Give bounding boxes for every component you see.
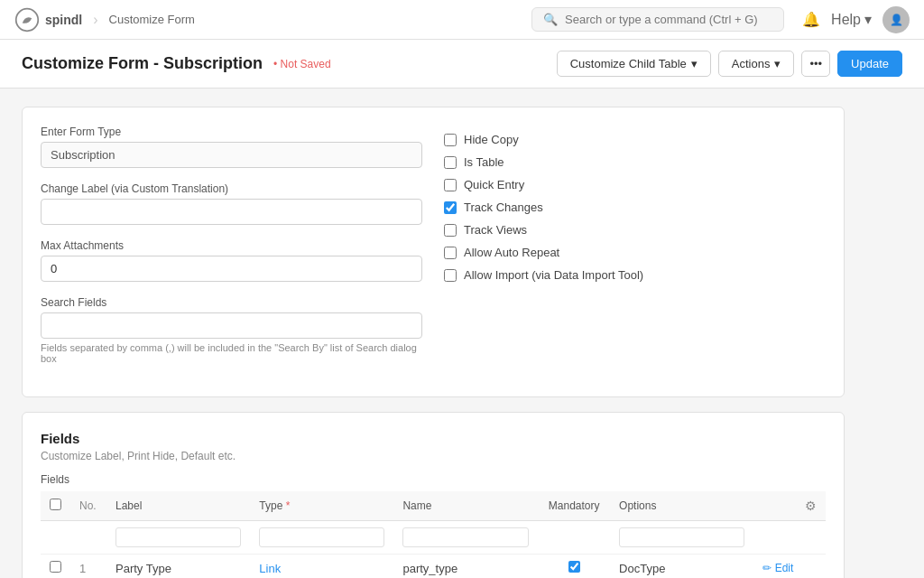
row-options-0: DocType bbox=[610, 555, 753, 579]
row-checkbox-0[interactable] bbox=[50, 561, 61, 573]
form-left-col: Enter Form Type Change Label (via Custom… bbox=[41, 126, 422, 378]
is-table-label: Is Table bbox=[464, 155, 504, 169]
checkbox-quick-entry: Quick Entry bbox=[444, 178, 826, 191]
select-all-checkbox[interactable] bbox=[50, 499, 61, 510]
not-saved-badge: • Not Saved bbox=[273, 58, 331, 70]
change-label-label: Change Label (via Custom Translation) bbox=[41, 182, 422, 195]
breadcrumb[interactable]: Customize Form bbox=[109, 13, 195, 26]
fields-section: Fields Customize Label, Print Hide, Defa… bbox=[22, 412, 845, 578]
fields-label: Fields bbox=[41, 473, 826, 486]
track-changes-label: Track Changes bbox=[464, 200, 543, 214]
edit-link-0[interactable]: ✏ Edit bbox=[762, 562, 817, 574]
actions-button[interactable]: Actions ▾ bbox=[718, 51, 795, 77]
avatar[interactable]: 👤 bbox=[882, 6, 910, 33]
search-input[interactable] bbox=[565, 13, 772, 26]
col-header-type: Type * bbox=[250, 491, 393, 521]
checkbox-allow-auto-repeat: Allow Auto Repeat bbox=[444, 246, 826, 259]
logo-text: spindl bbox=[45, 13, 82, 27]
row-no-0: 1 bbox=[70, 555, 106, 579]
row-label-0: Party Type bbox=[106, 555, 250, 579]
change-label-group: Change Label (via Custom Translation) bbox=[41, 182, 422, 225]
table-row: 1 Party Type Link party_type DocType ✏ E… bbox=[41, 555, 826, 579]
logo[interactable]: spindl bbox=[14, 7, 82, 33]
quick-entry-checkbox[interactable] bbox=[444, 179, 457, 191]
row-edit-0: ✏ Edit bbox=[753, 555, 826, 579]
topnav: spindl › Customize Form 🔍 🔔 Help ▾ 👤 bbox=[0, 0, 924, 40]
search-fields-input[interactable] bbox=[41, 312, 422, 339]
col-header-options: Options bbox=[610, 491, 753, 521]
allow-import-checkbox[interactable] bbox=[444, 269, 457, 282]
fields-section-title: Fields bbox=[41, 431, 826, 446]
filter-name-input[interactable] bbox=[402, 527, 529, 547]
col-header-label: Label bbox=[106, 491, 250, 521]
page-title: Customize Form - Subscription bbox=[22, 54, 263, 73]
checkbox-allow-import: Allow Import (via Data Import Tool) bbox=[444, 268, 826, 282]
change-label-input[interactable] bbox=[41, 199, 422, 225]
checkbox-hide-copy: Hide Copy bbox=[444, 133, 826, 146]
main-content: Enter Form Type Change Label (via Custom… bbox=[0, 89, 866, 578]
breadcrumb-separator: › bbox=[93, 12, 97, 28]
allow-auto-repeat-checkbox[interactable] bbox=[444, 247, 457, 259]
row-mandatory-0 bbox=[538, 555, 610, 579]
col-header-no: No. bbox=[70, 491, 106, 521]
form-type-label: Enter Form Type bbox=[41, 126, 422, 138]
is-table-checkbox[interactable] bbox=[444, 156, 457, 169]
help-label: Help bbox=[831, 12, 861, 28]
mandatory-checkbox-0[interactable] bbox=[568, 561, 580, 573]
track-views-label: Track Views bbox=[464, 223, 527, 237]
fields-section-subtitle: Customize Label, Print Hide, Default etc… bbox=[41, 450, 826, 462]
allow-auto-repeat-label: Allow Auto Repeat bbox=[464, 246, 559, 259]
topnav-actions: 🔔 Help ▾ 👤 bbox=[802, 6, 910, 33]
allow-import-label: Allow Import (via Data Import Tool) bbox=[464, 268, 643, 282]
header-actions: Customize Child Table ▾ Actions ▾ ••• Up… bbox=[557, 51, 902, 77]
hide-copy-label: Hide Copy bbox=[464, 133, 519, 146]
row-type-0: Link bbox=[250, 555, 393, 579]
table-body: 1 Party Type Link party_type DocType ✏ E… bbox=[41, 555, 826, 579]
quick-entry-label: Quick Entry bbox=[464, 178, 524, 191]
filter-options-input[interactable] bbox=[619, 527, 744, 547]
notifications-button[interactable]: 🔔 bbox=[802, 11, 820, 28]
form-type-input[interactable] bbox=[41, 142, 422, 168]
checkbox-track-views: Track Views bbox=[444, 223, 826, 237]
checkbox-is-table: Is Table bbox=[444, 155, 826, 169]
max-attachments-label: Max Attachments bbox=[41, 239, 422, 252]
col-header-mandatory: Mandatory bbox=[538, 491, 610, 521]
help-button[interactable]: Help ▾ bbox=[831, 11, 872, 28]
checkboxes-col: Hide Copy Is Table Quick Entry Track Cha… bbox=[444, 126, 826, 378]
search-icon: 🔍 bbox=[543, 13, 558, 26]
filter-label-input[interactable] bbox=[116, 527, 241, 547]
form-layout: Enter Form Type Change Label (via Custom… bbox=[41, 126, 826, 378]
form-type-group: Enter Form Type bbox=[41, 126, 422, 168]
max-attachments-group: Max Attachments bbox=[41, 239, 422, 282]
search-fields-group: Search Fields Fields separated by comma … bbox=[41, 296, 422, 364]
track-views-checkbox[interactable] bbox=[444, 224, 457, 237]
table-filter-row bbox=[41, 521, 826, 555]
hide-copy-checkbox[interactable] bbox=[444, 134, 457, 146]
form-section: Enter Form Type Change Label (via Custom… bbox=[22, 107, 845, 397]
row-name-0: party_type bbox=[393, 555, 538, 579]
settings-icon: ⚙ bbox=[805, 499, 817, 513]
actions-label: Actions bbox=[732, 57, 771, 70]
fields-table: No. Label Type * Name Mandatory Options … bbox=[41, 491, 826, 578]
more-button[interactable]: ••• bbox=[801, 51, 830, 77]
search-fields-label: Search Fields bbox=[41, 296, 422, 309]
customize-child-table-label: Customize Child Table bbox=[570, 57, 687, 70]
customize-child-table-button[interactable]: Customize Child Table ▾ bbox=[557, 51, 711, 77]
update-button[interactable]: Update bbox=[837, 51, 902, 77]
track-changes-checkbox[interactable] bbox=[444, 201, 457, 214]
page-header: Customize Form - Subscription • Not Save… bbox=[0, 40, 924, 89]
col-header-name: Name bbox=[393, 491, 538, 521]
max-attachments-input[interactable] bbox=[41, 256, 422, 282]
search-box[interactable]: 🔍 bbox=[531, 7, 784, 32]
filter-type-input[interactable] bbox=[259, 527, 384, 547]
search-fields-hint: Fields separated by comma (,) will be in… bbox=[41, 342, 422, 364]
update-label: Update bbox=[851, 57, 889, 70]
checkbox-track-changes: Track Changes bbox=[444, 200, 826, 214]
table-header-row: No. Label Type * Name Mandatory Options … bbox=[41, 491, 826, 521]
